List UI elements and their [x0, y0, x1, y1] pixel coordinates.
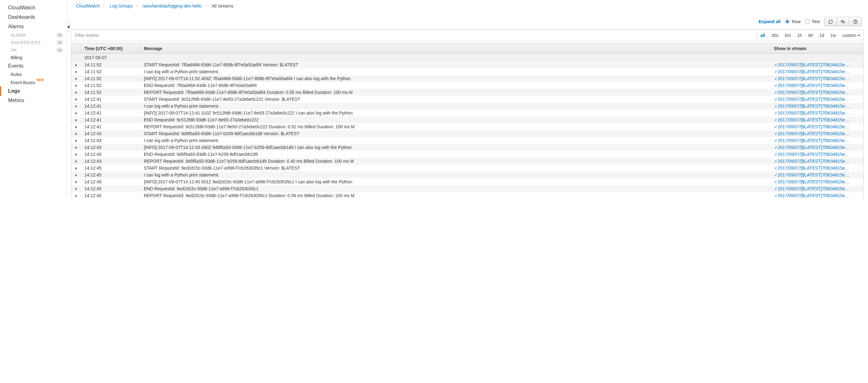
- stream-link[interactable]: ↗2017/09/07/[$LATEST]7f3634815e…: [774, 186, 849, 191]
- table-row: 14:11:52[INFO] 2017-09-07T14:11:52.409Z …: [71, 75, 864, 82]
- column-expand: [71, 43, 81, 54]
- stream-link[interactable]: ↗2017/09/07/[$LATEST]7f3634815e…: [774, 131, 849, 136]
- stream-link[interactable]: ↗2017/09/07/[$LATEST]7f3634815e…: [774, 111, 849, 115]
- time-range-6h[interactable]: 6h: [805, 30, 816, 41]
- sidebar-item-event-buses[interactable]: Event BusesNEW: [0, 78, 66, 86]
- sidebar-item-alarms[interactable]: Alarms: [0, 22, 66, 31]
- stream-link-text: 2017/09/07/[$LATEST]7f3634815e…: [778, 145, 849, 150]
- sidebar-item-ok[interactable]: OK0: [0, 46, 66, 54]
- sidebar-item-logs[interactable]: Logs: [0, 86, 66, 96]
- external-link-icon: ↗: [774, 118, 777, 122]
- chevron-right-icon: [75, 64, 77, 66]
- stream-link[interactable]: ↗2017/09/07/[$LATEST]7f3634815e…: [774, 104, 849, 109]
- sidebar-item-cloudwatch[interactable]: CloudWatch: [0, 3, 66, 12]
- chevron-right-icon: [75, 181, 77, 183]
- expand-row-toggle[interactable]: [71, 102, 81, 110]
- expand-row-toggle[interactable]: [71, 68, 81, 75]
- sidebar-item-label: Billing: [11, 55, 22, 60]
- time-range-custom[interactable]: custom: [839, 30, 863, 41]
- expand-row-toggle[interactable]: [71, 172, 81, 178]
- time-range-all[interactable]: all: [757, 30, 769, 41]
- sidebar-item-insufficient[interactable]: INSUFFICIENT0: [0, 39, 66, 46]
- sidebar-item-rules[interactable]: Rules: [0, 71, 66, 78]
- expand-row-toggle[interactable]: [71, 61, 81, 68]
- expand-row-toggle[interactable]: [71, 116, 81, 123]
- expand-all-button[interactable]: Expand all: [758, 19, 780, 24]
- sidebar-item-dashboards[interactable]: Dashboards: [0, 12, 66, 22]
- view-mode-row[interactable]: Row: [785, 19, 801, 24]
- stream-link[interactable]: ↗2017/09/07/[$LATEST]7f3634815e…: [774, 117, 849, 122]
- stream-link[interactable]: ↗2017/09/07/[$LATEST]7f3634815e…: [774, 124, 849, 129]
- external-link-icon: ↗: [774, 173, 777, 177]
- time-range-label: all: [761, 33, 766, 38]
- time-range-1h[interactable]: 1h: [794, 30, 805, 41]
- expand-row-toggle[interactable]: [71, 130, 81, 137]
- expand-row-toggle[interactable]: [71, 158, 81, 165]
- time-range-5m[interactable]: 5m: [782, 30, 794, 41]
- sidebar-item-metrics[interactable]: Metrics: [0, 96, 66, 105]
- chevron-right-icon: [75, 105, 77, 108]
- stream-link-text: 2017/09/07/[$LATEST]7f3634815e…: [778, 166, 849, 171]
- filter-events-input[interactable]: [71, 29, 757, 41]
- sidebar-item-alarm[interactable]: ALARM0: [0, 31, 66, 39]
- expand-row-toggle[interactable]: [71, 185, 81, 192]
- breadcrumb-separator-icon: 〉: [205, 3, 209, 8]
- cell-time: 14:12:45: [81, 192, 141, 199]
- sidebar-item-billing[interactable]: Billing: [0, 54, 66, 61]
- stream-link[interactable]: ↗2017/09/07/[$LATEST]7f3634815e…: [774, 62, 849, 67]
- stream-link-text: 2017/09/07/[$LATEST]7f3634815e…: [778, 111, 849, 115]
- stream-link[interactable]: ↗2017/09/07/[$LATEST]7f3634815e…: [774, 166, 849, 171]
- stream-link[interactable]: ↗2017/09/07/[$LATEST]7f3634815e…: [774, 69, 849, 74]
- stream-link[interactable]: ↗2017/09/07/[$LATEST]7f3634815e…: [774, 159, 849, 164]
- view-toolbar: Expand all Row Text: [67, 15, 868, 29]
- chevron-right-icon: [75, 140, 77, 142]
- breadcrumb-item[interactable]: Log Groups: [110, 3, 132, 8]
- expand-row-toggle[interactable]: [71, 123, 81, 130]
- settings-button[interactable]: [837, 17, 849, 26]
- cell-time: 14:12:43: [81, 137, 141, 144]
- stream-link[interactable]: ↗2017/09/07/[$LATEST]7f3634815e…: [774, 83, 849, 88]
- stream-link[interactable]: ↗2017/09/07/[$LATEST]7f3634815e…: [774, 145, 849, 150]
- sidebar-collapse-toggle[interactable]: [66, 23, 71, 31]
- breadcrumb-item[interactable]: /aws/lambda/logging-dev-hello: [143, 3, 202, 8]
- expand-row-toggle[interactable]: [71, 144, 81, 151]
- column-message[interactable]: Message: [141, 43, 771, 54]
- expand-row-toggle[interactable]: [71, 178, 81, 185]
- table-row: 14:12:43[INFO] 2017-09-07T14:12:43.490Z …: [71, 144, 864, 151]
- time-range-1d[interactable]: 1d: [816, 30, 827, 41]
- view-mode-text[interactable]: Text: [805, 19, 820, 24]
- cell-message: START RequestId: 9ed2d15c-93d6-11e7-a998…: [141, 165, 771, 172]
- expand-row-toggle[interactable]: [71, 165, 81, 172]
- refresh-icon: [828, 20, 833, 24]
- column-stream[interactable]: Show in stream: [771, 43, 863, 54]
- column-time[interactable]: Time (UTC +00:00): [81, 43, 141, 54]
- stream-link-text: 2017/09/07/[$LATEST]7f3634815e…: [778, 76, 849, 81]
- expand-row-toggle[interactable]: [71, 151, 81, 158]
- help-button[interactable]: [849, 17, 862, 26]
- cell-time: 14:11:52: [81, 75, 141, 82]
- stream-link[interactable]: ↗2017/09/07/[$LATEST]7f3634815e…: [774, 152, 849, 157]
- stream-link[interactable]: ↗2017/09/07/[$LATEST]7f3634815e…: [774, 179, 849, 184]
- stream-link[interactable]: ↗2017/09/07/[$LATEST]7f3634815e…: [774, 138, 849, 143]
- expand-row-toggle[interactable]: [71, 137, 81, 144]
- stream-link[interactable]: ↗2017/09/07/[$LATEST]7f3634815e…: [774, 90, 849, 95]
- sidebar-item-events[interactable]: Events: [0, 61, 66, 71]
- stream-link[interactable]: ↗2017/09/07/[$LATEST]7f3634815e…: [774, 97, 849, 102]
- expand-row-toggle[interactable]: [71, 96, 81, 102]
- stream-link[interactable]: ↗2017/09/07/[$LATEST]7f3634815e…: [774, 76, 849, 81]
- stream-link[interactable]: ↗2017/09/07/[$LATEST]7f3634815e…: [774, 193, 849, 198]
- chevron-right-icon: [75, 71, 77, 73]
- time-range-1w[interactable]: 1w: [827, 30, 839, 41]
- stream-link[interactable]: ↗2017/09/07/[$LATEST]7f3634815e…: [774, 172, 849, 177]
- time-range-30s[interactable]: 30s: [768, 30, 782, 41]
- sidebar-item-label: Event BusesNEW: [11, 80, 44, 85]
- refresh-button[interactable]: [824, 17, 837, 26]
- expand-row-toggle[interactable]: [71, 89, 81, 96]
- breadcrumb-item[interactable]: CloudWatch: [76, 3, 100, 8]
- expand-row-toggle[interactable]: [71, 192, 81, 199]
- expand-row-toggle[interactable]: [71, 82, 81, 89]
- expand-row-toggle[interactable]: [71, 110, 81, 116]
- chevron-right-icon: [75, 91, 77, 94]
- cell-time: 14:12:41: [81, 110, 141, 116]
- expand-row-toggle[interactable]: [71, 75, 81, 82]
